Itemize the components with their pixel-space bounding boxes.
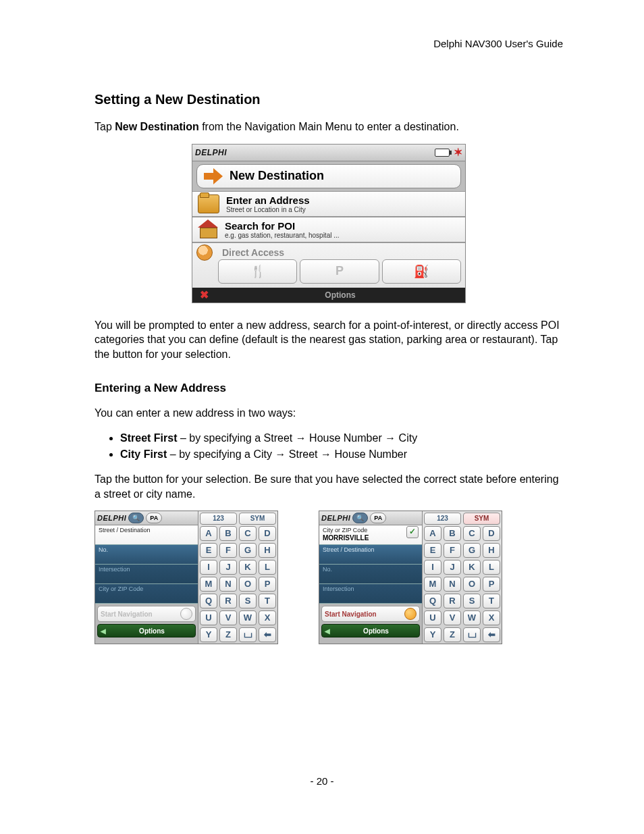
da-restaurant-button[interactable]: 🍴: [218, 259, 297, 284]
key-t[interactable]: T: [259, 594, 276, 608]
key-l[interactable]: L: [483, 560, 500, 575]
key-z[interactable]: Z: [219, 627, 237, 642]
menu-search-poi[interactable]: Search for POI e.g. gas station, restaur…: [192, 217, 465, 242]
tab-sym[interactable]: SYM: [239, 513, 276, 525]
key-j[interactable]: J: [444, 560, 461, 575]
key-o[interactable]: O: [239, 577, 257, 592]
key-k[interactable]: K: [239, 560, 257, 575]
key-x[interactable]: X: [259, 610, 276, 625]
tab-sym[interactable]: SYM: [463, 513, 500, 525]
screenshot-new-destination: DELPHI ✶ New Destination Enter an Addres…: [192, 144, 466, 303]
da-gas-button[interactable]: ⛽: [382, 259, 461, 284]
check-icon[interactable]: ✓: [406, 526, 419, 538]
key-s[interactable]: S: [239, 594, 257, 608]
options-bar[interactable]: ◀ Options: [97, 624, 196, 637]
cancel-icon[interactable]: ✖: [192, 288, 215, 301]
intro-bold: New Destination: [115, 121, 198, 132]
key-space[interactable]: [239, 627, 257, 642]
key-k[interactable]: K: [463, 560, 481, 575]
key-h[interactable]: H: [483, 543, 500, 558]
key-b[interactable]: B: [444, 526, 461, 541]
key-f[interactable]: F: [444, 543, 461, 558]
key-s[interactable]: S: [463, 594, 481, 608]
key-q[interactable]: Q: [200, 594, 217, 608]
options-bar[interactable]: ◀ Options: [321, 624, 420, 637]
screenshot-city-first: DELPHI 🔍 PA ✓ City or ZIP Code MORRISVIL…: [319, 511, 502, 644]
key-e[interactable]: E: [424, 543, 441, 558]
key-g[interactable]: G: [463, 543, 481, 558]
keyboard: ABCDEFGHIJKLMNOPQRSTUVWXYZ: [424, 526, 500, 642]
state-tab[interactable]: PA: [370, 513, 386, 523]
menu-enter-address[interactable]: Enter an Address Street or Location in a…: [192, 191, 465, 217]
key-m[interactable]: M: [424, 577, 441, 592]
key-v[interactable]: V: [444, 610, 461, 625]
da-parking-button[interactable]: P: [300, 259, 379, 284]
key-g[interactable]: G: [239, 543, 257, 558]
field-city[interactable]: City or ZIP Code: [95, 584, 198, 604]
key-n[interactable]: N: [444, 577, 461, 592]
start-navigation-button[interactable]: Start Navigation: [321, 606, 420, 622]
bullet-list: Street First – by specifying a Street → …: [111, 430, 563, 463]
key-u[interactable]: U: [424, 610, 441, 625]
tab-123[interactable]: 123: [424, 513, 461, 525]
start-label: Start Navigation: [101, 610, 153, 618]
key-h[interactable]: H: [259, 543, 276, 558]
key-p[interactable]: P: [259, 577, 276, 592]
field-number[interactable]: No.: [319, 565, 422, 584]
intro-paragraph: Tap New Destination from the Navigation …: [95, 120, 563, 134]
go-icon: [404, 608, 417, 620]
field-street[interactable]: Street / Destination: [95, 525, 198, 545]
field-city[interactable]: ✓ City or ZIP Code MORRISVILLE: [319, 525, 422, 545]
key-i[interactable]: I: [200, 560, 217, 575]
key-j[interactable]: J: [219, 560, 237, 575]
key-d[interactable]: D: [483, 526, 500, 541]
key-a[interactable]: A: [200, 526, 217, 541]
field-number[interactable]: No.: [95, 545, 198, 565]
key-p[interactable]: P: [483, 577, 500, 592]
poi-icon: [198, 221, 218, 238]
key-backspace[interactable]: [259, 627, 276, 642]
state-tab[interactable]: PA: [146, 513, 162, 523]
tab-123[interactable]: 123: [200, 513, 237, 525]
bottom-bar: ✖ Options: [192, 288, 465, 303]
screen-title-row: New Destination: [196, 164, 461, 188]
key-r[interactable]: R: [444, 594, 461, 608]
search-tab[interactable]: 🔍: [352, 513, 368, 523]
key-m[interactable]: M: [200, 577, 217, 592]
key-n[interactable]: N: [219, 577, 237, 592]
key-r[interactable]: R: [219, 594, 237, 608]
field-street[interactable]: Street / Destination: [319, 545, 422, 565]
start-navigation-button[interactable]: Start Navigation: [97, 606, 196, 622]
key-y[interactable]: Y: [200, 627, 217, 642]
key-u[interactable]: U: [200, 610, 217, 625]
screenshot-street-first: DELPHI 🔍 PA Street / Destination No. Int…: [95, 511, 278, 644]
key-o[interactable]: O: [463, 577, 481, 592]
key-w[interactable]: W: [463, 610, 481, 625]
key-a[interactable]: A: [424, 526, 441, 541]
key-backspace[interactable]: [483, 627, 500, 642]
back-icon[interactable]: ◀: [322, 627, 333, 635]
key-t[interactable]: T: [483, 594, 500, 608]
key-d[interactable]: D: [259, 526, 276, 541]
key-f[interactable]: F: [219, 543, 237, 558]
key-c[interactable]: C: [463, 526, 481, 541]
direct-access-label: Direct Access: [192, 244, 465, 258]
back-icon[interactable]: ◀: [98, 627, 109, 635]
key-e[interactable]: E: [200, 543, 217, 558]
field-intersection[interactable]: Intersection: [319, 584, 422, 604]
key-space[interactable]: [463, 627, 481, 642]
options-button[interactable]: Options: [215, 290, 465, 300]
key-i[interactable]: I: [424, 560, 441, 575]
key-b[interactable]: B: [219, 526, 237, 541]
key-x[interactable]: X: [483, 610, 500, 625]
search-tab[interactable]: 🔍: [128, 513, 144, 523]
key-v[interactable]: V: [219, 610, 237, 625]
key-y[interactable]: Y: [424, 627, 441, 642]
key-q[interactable]: Q: [424, 594, 441, 608]
field-intersection[interactable]: Intersection: [95, 565, 198, 584]
key-w[interactable]: W: [239, 610, 257, 625]
key-z[interactable]: Z: [444, 627, 461, 642]
key-c[interactable]: C: [239, 526, 257, 541]
close-icon[interactable]: ✶: [454, 147, 462, 158]
key-l[interactable]: L: [259, 560, 276, 575]
